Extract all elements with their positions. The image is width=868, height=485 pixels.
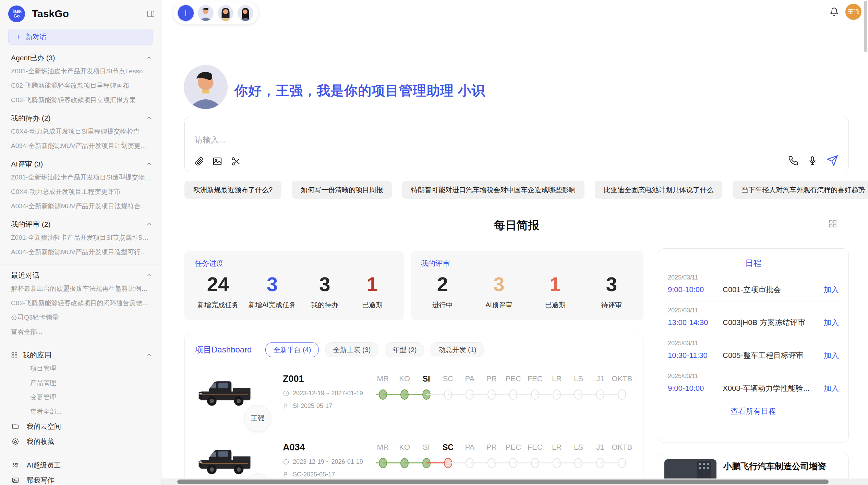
schedule-time: 9:00-10:00: [668, 384, 723, 393]
milestone-label: PA: [465, 443, 475, 453]
list-item[interactable]: A034-全新新能源MUV产品开发项目计划变更表编写: [0, 139, 161, 153]
sidebar-item-project-mgmt[interactable]: 项目管理: [0, 361, 161, 376]
schedule-name: C001-立项审批会: [723, 285, 819, 295]
news-title: 小鹏飞行汽车制造公司增资: [723, 461, 842, 472]
schedule-item: 2025/03/11 13:00-14:30 C003|H0B-方案冻结评审 加…: [668, 301, 839, 334]
scissors-icon[interactable]: [231, 156, 241, 166]
section-header-recent-chats[interactable]: 最近对话: [11, 271, 152, 280]
join-link[interactable]: 加入: [824, 318, 839, 328]
schedule-date: 2025/03/11: [668, 373, 839, 380]
chevron-up-icon[interactable]: [146, 115, 152, 121]
milestone-label: OKTB: [612, 443, 632, 453]
milestone: SC: [437, 374, 459, 426]
phone-call-icon[interactable]: [788, 156, 798, 166]
notification-bell-icon[interactable]: [830, 7, 839, 16]
new-chat-button[interactable]: 新对话: [8, 29, 153, 45]
milestone-label: LR: [552, 374, 562, 385]
milestone-dot: [618, 389, 626, 400]
plus-icon: [15, 34, 22, 40]
attachment-icon[interactable]: [194, 156, 204, 166]
add-agent-button[interactable]: [178, 5, 194, 21]
milestone-track: MR KO SI SC PA PR PEC FEC LR LS J1 OKTB: [372, 374, 633, 426]
tab-powertrain[interactable]: 动总开发 (1): [431, 342, 484, 357]
list-item[interactable]: C0X4-动力总成开发项目SI里程碑提交物检查: [0, 124, 161, 139]
suggestion-chip[interactable]: 特朗普可能对进口汽车增税会对中国车企造成哪些影响: [402, 181, 584, 199]
vertical-scrollbar-thumb[interactable]: [864, 1, 867, 52]
milestone: FEC: [524, 374, 546, 426]
chevron-up-icon[interactable]: [146, 161, 152, 167]
sidebar-item-cloud-space[interactable]: 我的云空间: [0, 419, 161, 434]
microphone-icon[interactable]: [807, 156, 818, 166]
list-item[interactable]: 公司Q3轻卡销量: [0, 310, 161, 325]
schedule-name: C003|H0B-方案冻结评审: [723, 318, 819, 328]
sidebar-item-change-mgmt[interactable]: 变更管理: [0, 390, 161, 405]
chevron-up-icon[interactable]: [146, 352, 152, 358]
avatar[interactable]: [218, 5, 233, 21]
sidebar-item-product-mgmt[interactable]: 产品管理: [0, 376, 161, 390]
stat-value: 3: [319, 273, 330, 296]
milestone-label: OKTB: [612, 374, 632, 385]
milestone-label: KO: [399, 443, 410, 453]
sidebar-item-ai-super-staff[interactable]: AI超级员工: [0, 458, 161, 473]
join-link[interactable]: 加入: [824, 285, 839, 295]
folder-icon: [12, 423, 19, 430]
stat-overdue: 1 已逾期: [537, 273, 574, 310]
tab-model-year[interactable]: 年型 (2): [385, 342, 424, 357]
list-item[interactable]: C02-飞腾新能源轻客改款项目立项汇报方案: [0, 93, 161, 107]
project-row[interactable]: 王强 Z001 2023-12-19 ~ 2027-01-19 SI-2025-…: [195, 371, 633, 426]
tab-new-platform[interactable]: 全新平台 (4): [265, 342, 319, 357]
list-item[interactable]: Z001-全新燃油轻卡产品开发项目SI造型提交物评审: [0, 170, 161, 185]
suggestion-chip[interactable]: 欧洲新规最近颁布了什么?: [184, 181, 281, 199]
chevron-up-icon[interactable]: [146, 272, 152, 278]
schedule-item: 2025/03/11 9:00-10:00 C001-立项审批会 加入: [668, 269, 839, 301]
horizontal-scrollbar-thumb[interactable]: [177, 480, 829, 484]
send-icon[interactable]: [827, 155, 838, 166]
layout-grid-icon[interactable]: [828, 219, 837, 228]
suggestion-chips: 欧洲新规最近颁布了什么? 如何写一份清晰的项目周报 特朗普可能对进口汽车增税会对…: [184, 181, 853, 199]
suggestion-chip[interactable]: 如何写一份清晰的项目周报: [292, 181, 392, 199]
section-header-agent-done[interactable]: Agent已办 (3): [11, 53, 152, 63]
list-item[interactable]: A034-全新新能源MUV产品开发项目造型可行性评审: [0, 245, 161, 259]
milestone: J1: [589, 374, 611, 426]
list-item[interactable]: Z001-全新燃油轻卡产品开发项目SI节点属性5D文件评审: [0, 231, 161, 245]
milestone: SI: [415, 374, 437, 426]
greeting-text: 你好，王强，我是你的项目管理助理 小识: [234, 82, 485, 100]
milestone: OKTB: [611, 374, 633, 426]
tab-new-body[interactable]: 全新上装 (3): [325, 342, 378, 357]
image-upload-icon[interactable]: [212, 156, 222, 166]
suggestion-chip[interactable]: 当下年轻人对汽车外观有怎样的喜好趋势: [733, 181, 868, 199]
list-item[interactable]: C02-飞腾新能源轻客改款项目里程碑画布: [0, 78, 161, 93]
list-item[interactable]: Z001-全新燃油皮卡产品开发项目SI节点Lesson Learn报告: [0, 64, 161, 78]
chat-input[interactable]: [194, 135, 676, 145]
list-item[interactable]: 解释最新出台的欧盟报废车法规再生塑料比例被调至15%...: [0, 282, 161, 296]
schedule-item: 2025/03/11 9:00-10:00 X003-车辆动力学性能验... 加…: [668, 367, 839, 400]
user-avatar[interactable]: 王强: [845, 4, 861, 20]
sidebar-collapse-icon[interactable]: [146, 10, 155, 18]
avatar[interactable]: [238, 5, 253, 21]
section-header-my-todo[interactable]: 我的待办 (2): [11, 113, 152, 123]
view-all-schedule-link[interactable]: 查看所有日程: [668, 400, 839, 423]
suggestion-chip[interactable]: 比亚迪全固态电池计划具体说了什么: [595, 181, 722, 199]
milestone-label: LR: [552, 443, 562, 453]
view-all-apps[interactable]: 查看全部...: [0, 405, 161, 419]
app-window: Task Go TaskGo 新对话 Agent已办 (3) Z001-全新燃油…: [0, 0, 868, 485]
stat-in-progress: 2 进行中: [424, 273, 461, 310]
avatar[interactable]: [198, 5, 214, 21]
list-item[interactable]: C0X4-动力总成开发项目工程变更评审: [0, 185, 161, 199]
chevron-up-icon[interactable]: [146, 55, 152, 61]
view-all-chats[interactable]: 查看全部...: [0, 325, 161, 339]
sidebar-item-label: AI超级员工: [27, 461, 61, 470]
list-item[interactable]: A034-全新新能源MUV产品开发项目法规符合性评审: [0, 199, 161, 213]
join-link[interactable]: 加入: [824, 383, 839, 394]
sidebar-item-help-write[interactable]: 帮我写作: [0, 473, 161, 485]
list-item[interactable]: C02-飞腾新能源轻客改款项目的闭环通告反馈情况: [0, 296, 161, 310]
section-header-my-apps[interactable]: 我的应用: [11, 350, 152, 360]
section-header-ai-review[interactable]: AI评审 (3): [11, 159, 152, 169]
divider: [0, 454, 161, 454]
chevron-up-icon[interactable]: [146, 221, 152, 227]
sidebar-item-favorites[interactable]: 我的收藏: [0, 434, 161, 449]
card-title: 任务进度: [195, 259, 394, 268]
join-link[interactable]: 加入: [824, 350, 839, 361]
schedule-name: C005-整车工程目标评审: [723, 350, 819, 361]
section-header-my-review[interactable]: 我的评审 (2): [11, 220, 152, 229]
